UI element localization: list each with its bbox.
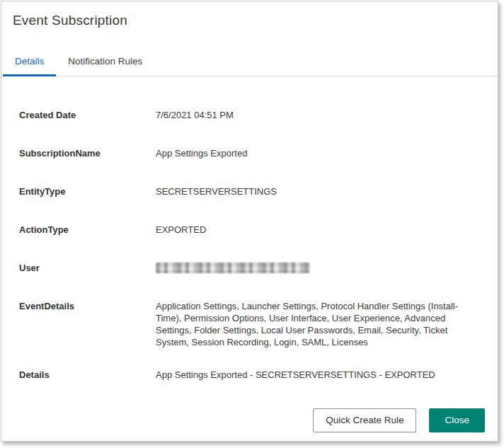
field-row-details: Details App Settings Exported - SECRETSE… [19, 369, 482, 381]
field-label: EntityType [19, 185, 156, 197]
field-row-subscription-name: SubscriptionName App Settings Exported [19, 147, 482, 159]
field-label: Details [19, 369, 156, 381]
field-row-event-details: EventDetails Application Settings, Launc… [19, 300, 482, 348]
field-value: App Settings Exported [156, 147, 482, 159]
event-subscription-dialog: Event Subscription Details Notification … [1, 1, 498, 442]
field-label: ActionType [19, 224, 156, 236]
field-label: Created Date [19, 109, 156, 121]
tab-details[interactable]: Details [3, 50, 56, 76]
field-row-user: User [19, 262, 482, 274]
close-button[interactable]: Close [429, 408, 485, 432]
field-value: 7/6/2021 04:51 PM [156, 109, 482, 121]
field-value: App Settings Exported - SECRETSERVERSETT… [156, 369, 482, 381]
field-label: SubscriptionName [19, 147, 156, 159]
field-value: Application Settings, Launcher Settings,… [156, 300, 482, 348]
field-row-created-date: Created Date 7/6/2021 04:51 PM [19, 109, 482, 121]
quick-create-rule-button[interactable]: Quick Create Rule [313, 408, 416, 432]
dialog-title: Event Subscription [13, 13, 481, 28]
field-value: SECRETSERVERSETTINGS [156, 185, 482, 197]
tab-notification-rules[interactable]: Notification Rules [56, 50, 154, 76]
field-label: User [19, 262, 156, 274]
field-value: EXPORTED [156, 224, 482, 236]
details-panel: Created Date 7/6/2021 04:51 PM Subscript… [1, 76, 498, 381]
field-row-entity-type: EntityType SECRETSERVERSETTINGS [19, 185, 482, 197]
field-label: EventDetails [19, 300, 156, 312]
dialog-footer: Quick Create Rule Close [313, 408, 485, 432]
tab-bar: Details Notification Rules [1, 50, 498, 76]
user-value-redacted [156, 263, 310, 273]
dialog-header: Event Subscription [1, 1, 498, 28]
field-row-action-type: ActionType EXPORTED [19, 224, 482, 236]
field-value [156, 262, 482, 273]
